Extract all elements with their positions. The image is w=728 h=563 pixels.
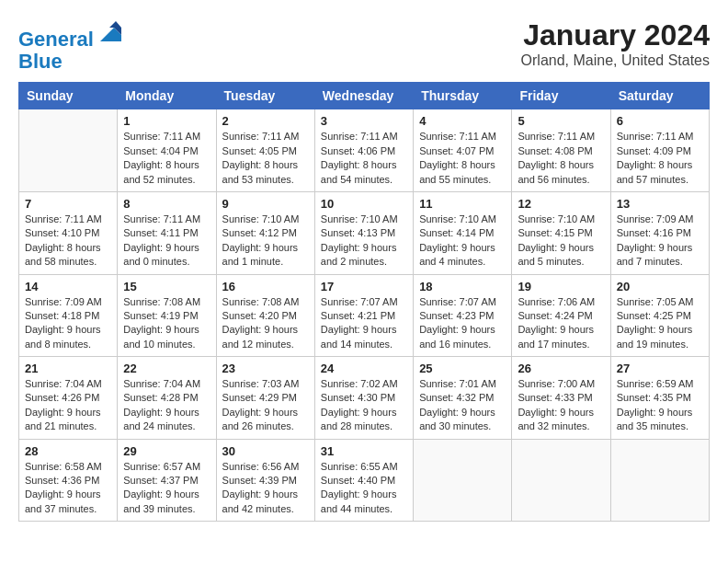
calendar-cell: 23Sunrise: 7:03 AMSunset: 4:29 PMDayligh… xyxy=(216,357,314,440)
page-title: January 2024 xyxy=(521,18,710,52)
day-content: Sunrise: 7:10 AMSunset: 4:13 PMDaylight:… xyxy=(321,213,407,270)
day-content: Sunrise: 7:11 AMSunset: 4:11 PMDaylight:… xyxy=(123,213,210,270)
day-number: 26 xyxy=(518,362,604,375)
day-number: 2 xyxy=(222,114,309,128)
day-number: 6 xyxy=(617,114,703,128)
calendar-cell: 9Sunrise: 7:10 AMSunset: 4:12 PMDaylight… xyxy=(216,191,314,274)
day-number: 23 xyxy=(222,362,309,375)
col-friday: Friday xyxy=(512,83,610,109)
day-content: Sunrise: 7:11 AMSunset: 4:05 PMDaylight:… xyxy=(222,130,309,187)
day-number: 3 xyxy=(321,114,407,128)
calendar-cell: 25Sunrise: 7:01 AMSunset: 4:32 PMDayligh… xyxy=(414,357,512,440)
day-content: Sunrise: 7:04 AMSunset: 4:28 PMDaylight:… xyxy=(123,377,210,434)
day-number: 11 xyxy=(419,197,506,211)
day-number: 18 xyxy=(419,280,506,293)
page-subtitle: Orland, Maine, United States xyxy=(521,52,710,69)
day-number: 25 xyxy=(419,362,506,375)
col-tuesday: Tuesday xyxy=(216,83,314,109)
calendar-cell: 13Sunrise: 7:09 AMSunset: 4:16 PMDayligh… xyxy=(610,191,709,274)
calendar-cell: 4Sunrise: 7:11 AMSunset: 4:07 PMDaylight… xyxy=(414,109,512,192)
logo: General Blue xyxy=(18,18,123,73)
title-block: January 2024 Orland, Maine, United State… xyxy=(521,18,710,69)
calendar-cell: 10Sunrise: 7:10 AMSunset: 4:13 PMDayligh… xyxy=(314,191,413,274)
calendar-cell: 3Sunrise: 7:11 AMSunset: 4:06 PMDaylight… xyxy=(314,109,413,192)
day-content: Sunrise: 7:00 AMSunset: 4:33 PMDaylight:… xyxy=(518,377,604,434)
day-number: 12 xyxy=(518,197,604,211)
calendar-table: Sunday Monday Tuesday Wednesday Thursday… xyxy=(18,82,710,522)
week-row-3: 21Sunrise: 7:04 AMSunset: 4:26 PMDayligh… xyxy=(19,357,710,440)
day-content: Sunrise: 7:11 AMSunset: 4:08 PMDaylight:… xyxy=(518,130,604,187)
day-content: Sunrise: 7:06 AMSunset: 4:24 PMDaylight:… xyxy=(518,295,604,352)
day-content: Sunrise: 7:09 AMSunset: 4:16 PMDaylight:… xyxy=(617,213,703,270)
day-content: Sunrise: 7:11 AMSunset: 4:07 PMDaylight:… xyxy=(419,130,506,187)
day-number: 8 xyxy=(123,197,210,211)
day-content: Sunrise: 7:10 AMSunset: 4:12 PMDaylight:… xyxy=(222,213,309,270)
calendar-cell: 1Sunrise: 7:11 AMSunset: 4:04 PMDaylight… xyxy=(118,109,216,192)
calendar-cell xyxy=(19,109,118,192)
logo-general: General xyxy=(18,28,94,51)
day-content: Sunrise: 7:01 AMSunset: 4:32 PMDaylight:… xyxy=(419,377,506,434)
calendar-cell xyxy=(414,439,512,522)
day-content: Sunrise: 7:04 AMSunset: 4:26 PMDaylight:… xyxy=(25,377,111,434)
day-number: 9 xyxy=(222,197,309,211)
calendar-cell: 14Sunrise: 7:09 AMSunset: 4:18 PMDayligh… xyxy=(19,274,118,357)
calendar-cell: 20Sunrise: 7:05 AMSunset: 4:25 PMDayligh… xyxy=(610,274,709,357)
calendar-cell: 30Sunrise: 6:56 AMSunset: 4:39 PMDayligh… xyxy=(216,439,314,522)
week-row-4: 28Sunrise: 6:58 AMSunset: 4:36 PMDayligh… xyxy=(19,439,710,522)
day-content: Sunrise: 7:11 AMSunset: 4:06 PMDaylight:… xyxy=(321,130,407,187)
day-number: 15 xyxy=(123,280,210,293)
day-number: 7 xyxy=(25,197,111,211)
day-number: 1 xyxy=(123,114,210,128)
calendar-cell: 29Sunrise: 6:57 AMSunset: 4:37 PMDayligh… xyxy=(118,439,216,522)
day-number: 28 xyxy=(25,444,111,458)
logo-icon xyxy=(96,18,123,46)
day-number: 10 xyxy=(321,197,407,211)
calendar-cell: 6Sunrise: 7:11 AMSunset: 4:09 PMDaylight… xyxy=(610,109,709,192)
col-saturday: Saturday xyxy=(610,83,709,109)
calendar-cell: 11Sunrise: 7:10 AMSunset: 4:14 PMDayligh… xyxy=(414,191,512,274)
day-content: Sunrise: 7:03 AMSunset: 4:29 PMDaylight:… xyxy=(222,377,309,434)
day-content: Sunrise: 7:10 AMSunset: 4:15 PMDaylight:… xyxy=(518,213,604,270)
logo-text: General Blue xyxy=(18,18,123,73)
calendar-cell xyxy=(610,439,709,522)
day-number: 14 xyxy=(25,280,111,293)
day-number: 22 xyxy=(123,362,210,375)
calendar-cell: 5Sunrise: 7:11 AMSunset: 4:08 PMDaylight… xyxy=(512,109,610,192)
day-content: Sunrise: 7:11 AMSunset: 4:10 PMDaylight:… xyxy=(25,213,111,270)
day-content: Sunrise: 7:11 AMSunset: 4:04 PMDaylight:… xyxy=(123,130,210,187)
day-number: 29 xyxy=(123,444,210,458)
day-content: Sunrise: 6:59 AMSunset: 4:35 PMDaylight:… xyxy=(617,377,703,434)
week-row-2: 14Sunrise: 7:09 AMSunset: 4:18 PMDayligh… xyxy=(19,274,710,357)
day-number: 30 xyxy=(222,444,309,458)
calendar-cell: 26Sunrise: 7:00 AMSunset: 4:33 PMDayligh… xyxy=(512,357,610,440)
day-number: 27 xyxy=(617,362,703,375)
day-content: Sunrise: 7:11 AMSunset: 4:09 PMDaylight:… xyxy=(617,130,703,187)
calendar-cell: 19Sunrise: 7:06 AMSunset: 4:24 PMDayligh… xyxy=(512,274,610,357)
calendar-cell: 24Sunrise: 7:02 AMSunset: 4:30 PMDayligh… xyxy=(314,357,413,440)
day-content: Sunrise: 7:05 AMSunset: 4:25 PMDaylight:… xyxy=(617,295,703,352)
col-sunday: Sunday xyxy=(19,83,118,109)
day-number: 17 xyxy=(321,280,407,293)
day-number: 13 xyxy=(617,197,703,211)
day-number: 4 xyxy=(419,114,506,128)
day-number: 20 xyxy=(617,280,703,293)
day-number: 19 xyxy=(518,280,604,293)
day-content: Sunrise: 6:56 AMSunset: 4:39 PMDaylight:… xyxy=(222,460,309,517)
day-number: 21 xyxy=(25,362,111,375)
day-number: 24 xyxy=(321,362,407,375)
calendar-cell: 15Sunrise: 7:08 AMSunset: 4:19 PMDayligh… xyxy=(118,274,216,357)
calendar-cell: 7Sunrise: 7:11 AMSunset: 4:10 PMDaylight… xyxy=(19,191,118,274)
calendar-header-row: Sunday Monday Tuesday Wednesday Thursday… xyxy=(19,83,710,109)
day-content: Sunrise: 7:10 AMSunset: 4:14 PMDaylight:… xyxy=(419,213,506,270)
calendar-cell: 22Sunrise: 7:04 AMSunset: 4:28 PMDayligh… xyxy=(118,357,216,440)
calendar-cell: 18Sunrise: 7:07 AMSunset: 4:23 PMDayligh… xyxy=(414,274,512,357)
day-content: Sunrise: 6:58 AMSunset: 4:36 PMDaylight:… xyxy=(25,460,111,517)
day-content: Sunrise: 7:02 AMSunset: 4:30 PMDaylight:… xyxy=(321,377,407,434)
calendar-cell: 31Sunrise: 6:55 AMSunset: 4:40 PMDayligh… xyxy=(314,439,413,522)
calendar-cell xyxy=(512,439,610,522)
calendar-cell: 27Sunrise: 6:59 AMSunset: 4:35 PMDayligh… xyxy=(610,357,709,440)
calendar-cell: 8Sunrise: 7:11 AMSunset: 4:11 PMDaylight… xyxy=(118,191,216,274)
logo-blue: Blue xyxy=(18,50,63,73)
col-wednesday: Wednesday xyxy=(314,83,413,109)
day-content: Sunrise: 7:07 AMSunset: 4:21 PMDaylight:… xyxy=(321,295,407,352)
